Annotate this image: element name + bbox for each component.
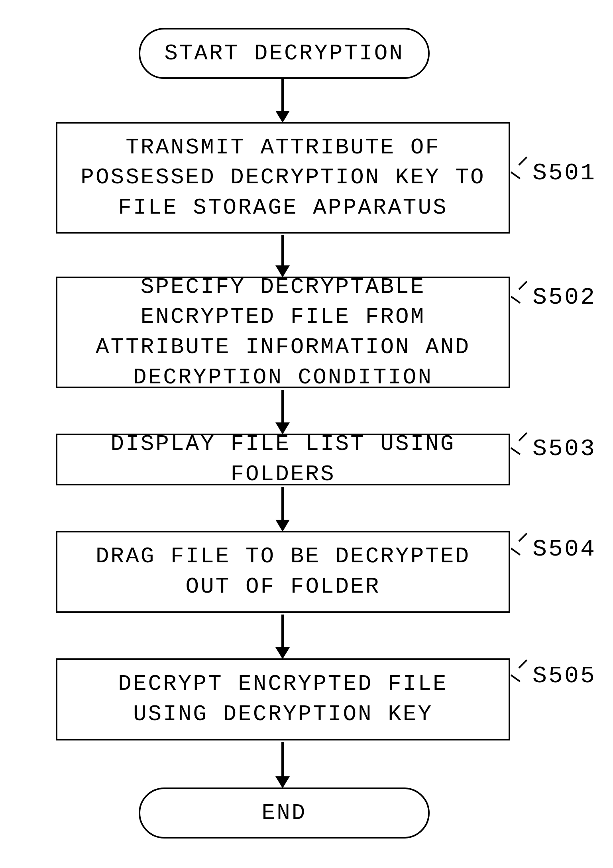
arrow-line [281,235,284,266]
flowchart-canvas: START DECRYPTION TRANSMIT ATTRIBUTE OF P… [0,0,613,868]
arrow-head [275,776,290,788]
label-tick [511,287,529,307]
terminal-start-text: START DECRYPTION [164,41,404,66]
terminal-end-text: END [262,800,307,826]
arrow-line [281,615,284,648]
arrow-head [275,647,290,659]
label-s505: S505 [532,662,596,689]
arrow-line [281,77,284,112]
arrow-head [275,111,290,123]
arrow-head [275,520,290,532]
process-s503-text: DISPLAY FILE LIST USING FOLDERS [73,429,493,489]
label-s503: S503 [532,435,596,462]
terminal-end: END [139,787,430,839]
process-s504: DRAG FILE TO BE DECRYPTED OUT OF FOLDER [56,531,510,613]
label-tick [511,163,529,183]
process-s504-text: DRAG FILE TO BE DECRYPTED OUT OF FOLDER [73,542,493,602]
process-s502-text: SPECIFY DECRYPTABLE ENCRYPTED FILE FROM … [73,272,493,393]
process-s502: SPECIFY DECRYPTABLE ENCRYPTED FILE FROM … [56,277,510,388]
arrow-line [281,742,284,777]
process-s501-text: TRANSMIT ATTRIBUTE OF POSSESSED DECRYPTI… [73,133,493,223]
process-s503: DISPLAY FILE LIST USING FOLDERS [56,434,510,485]
label-s502: S502 [532,284,596,311]
arrow-line [281,390,284,423]
label-s501: S501 [532,159,596,187]
arrow-line [281,487,284,520]
label-s504: S504 [532,536,596,563]
terminal-start: START DECRYPTION [139,28,430,79]
process-s505: DECRYPT ENCRYPTED FILE USING DECRYPTION … [56,658,510,740]
process-s501: TRANSMIT ATTRIBUTE OF POSSESSED DECRYPTI… [56,122,510,234]
label-tick [511,666,529,685]
label-tick [511,539,529,559]
process-s505-text: DECRYPT ENCRYPTED FILE USING DECRYPTION … [73,669,493,729]
label-tick [511,438,529,458]
